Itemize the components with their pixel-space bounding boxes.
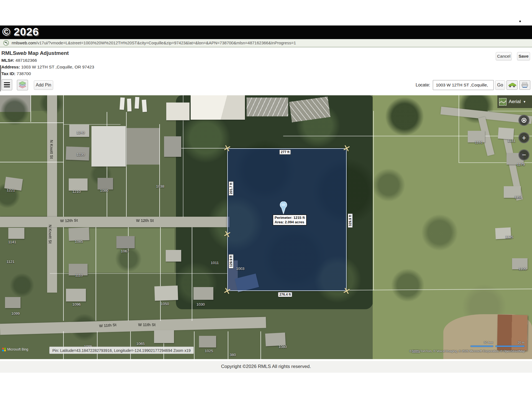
- copyright-banner-text: © 2026: [2, 26, 39, 38]
- page-footer: Copyright ©2026 RMLS All rights reserved…: [0, 361, 532, 373]
- parcel-line: [130, 331, 131, 359]
- parcel-line: [0, 122, 64, 123]
- parked-rv: [142, 99, 147, 112]
- parcel-line: [63, 227, 64, 321]
- aerial-map[interactable]: 277 ft 201.7 ft 129.9 ft 329.9 ft 276.4 …: [0, 95, 532, 359]
- parcel-line: [488, 111, 532, 111]
- map-pavement: [0, 95, 30, 112]
- house-number-label: 1121: [6, 260, 14, 264]
- zoom-in-button[interactable]: +: [518, 132, 530, 143]
- building: [69, 264, 88, 275]
- chevron-down-icon: ▼: [523, 100, 526, 103]
- measure-label-right: 329.9 ft: [348, 213, 353, 227]
- parked-rv: [135, 97, 139, 109]
- bing-logo: Microsoft Bing: [2, 347, 28, 351]
- building: [98, 178, 113, 190]
- building: [91, 126, 126, 167]
- building: [512, 258, 528, 269]
- print-button[interactable]: [519, 80, 530, 90]
- bing-logo-text: Microsoft Bing: [7, 347, 28, 351]
- drive-time-button[interactable]: [507, 80, 518, 90]
- building: [154, 330, 174, 343]
- address-value: 1003 W 12TH ST ,Coquille, OR 97423: [21, 65, 94, 69]
- cancel-button[interactable]: Cancel: [496, 52, 512, 60]
- parcel-line: [126, 112, 127, 217]
- map-style-selector[interactable]: Aerial ▼: [497, 95, 532, 108]
- building: [191, 95, 245, 120]
- taxid-row: Tax ID: 738700: [1, 71, 31, 76]
- parcel-line: [30, 95, 31, 122]
- house-number-label: 1099: [11, 311, 20, 316]
- terms-link[interactable]: Terms: [412, 349, 420, 353]
- taxid-label: Tax ID:: [1, 71, 16, 76]
- left-edge-artifact: [0, 65, 1, 91]
- building: [495, 227, 511, 239]
- parcel-line: [159, 124, 160, 217]
- building: [497, 314, 528, 351]
- parking-lot: [247, 98, 288, 116]
- parcel-line: [160, 227, 161, 321]
- house-number-label: 1141: [8, 240, 16, 244]
- car-icon: [508, 83, 516, 88]
- browser-url-bar[interactable]: rmlsweb.com/v17ui/?vmode=L&street=1003%2…: [0, 39, 532, 47]
- save-button[interactable]: Save: [517, 52, 530, 60]
- printer-icon: [521, 82, 528, 88]
- building: [69, 178, 88, 191]
- rmls-map-adjustment-page: © 2026 rmlsweb.com/v17ui/?vmode=L&street…: [0, 0, 532, 399]
- measure-label-top: 277 ft: [279, 150, 291, 155]
- building: [498, 127, 514, 140]
- building: [265, 332, 286, 346]
- building: [164, 136, 181, 157]
- perimeter-text: Perimeter: 1215 ft: [275, 216, 305, 220]
- layers-button[interactable]: [17, 80, 28, 90]
- mls-row: MLS#: 487162366: [1, 58, 37, 63]
- building: [5, 297, 21, 308]
- house-number-label: 1096: [72, 302, 81, 306]
- parcel-line: [260, 331, 261, 359]
- layers-icon: [19, 81, 26, 89]
- house-number-label: 1025: [205, 349, 213, 353]
- parcel-line: [373, 111, 374, 290]
- building: [66, 147, 89, 161]
- url-path: /v17ui/?vmode=L&street=1003%20W%2012TH%2…: [36, 40, 296, 45]
- pin-coordinates-status: Pin: Latitude=43.18472282793916, Longitu…: [49, 347, 194, 354]
- building: [68, 227, 89, 241]
- stray-dot: [519, 21, 521, 22]
- add-pin-button[interactable]: Add Pin: [34, 80, 53, 90]
- building: [166, 250, 181, 262]
- scale-meters-bar: [495, 346, 525, 347]
- menu-button[interactable]: [2, 79, 12, 90]
- parcel-line: [283, 136, 532, 136]
- plus-icon: +: [522, 134, 526, 141]
- copyright-banner: © 2026: [0, 25, 532, 39]
- parcel-line: [97, 331, 98, 359]
- mls-value: 487162366: [16, 58, 37, 63]
- go-button[interactable]: Go: [495, 80, 505, 90]
- road-w-11th-st: [0, 317, 266, 335]
- scale-feet-bar: [470, 346, 493, 347]
- parcel-measurement-tooltip: Perimeter: 1215 ft Area: 2.094 acres: [273, 214, 307, 226]
- recenter-button[interactable]: [518, 115, 530, 126]
- house-number-label: 1038: [156, 184, 164, 188]
- zoom-out-button[interactable]: −: [518, 149, 530, 160]
- area-text: Area: 2.094 acres: [275, 220, 305, 224]
- title-brand-italic: web: [16, 50, 27, 56]
- parcel-line: [194, 331, 195, 359]
- house-number-label: 380: [230, 353, 236, 357]
- parcel-line: [228, 331, 228, 359]
- map-pavement: [126, 128, 160, 165]
- building: [468, 131, 485, 142]
- road-n-knott-st: [47, 95, 57, 293]
- parcel-line: [0, 162, 64, 162]
- title-brand: RMLS: [1, 50, 16, 56]
- parked-rv: [127, 99, 132, 111]
- building: [199, 336, 216, 347]
- url-text: rmlsweb.com/v17ui/?vmode=L&street=1003%2…: [12, 39, 296, 47]
- building: [193, 287, 213, 300]
- locate-input[interactable]: [433, 80, 494, 90]
- minus-icon: −: [522, 151, 526, 158]
- scale-meters-label: 20 m: [502, 341, 525, 344]
- locate-label: Locate:: [416, 80, 430, 90]
- pin-icon: [279, 201, 288, 214]
- building: [504, 186, 521, 198]
